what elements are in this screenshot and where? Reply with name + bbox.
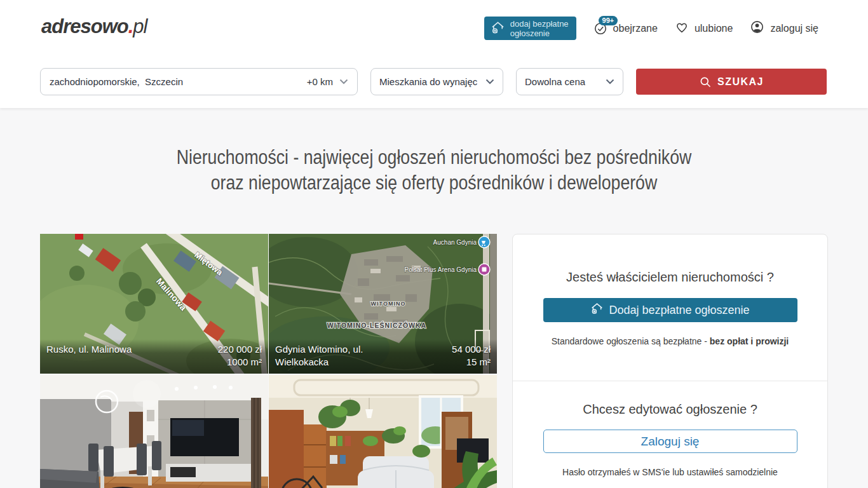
owner-section: Jesteś właścicielem nieruchomości ? Doda… [513,234,827,346]
favorites-label: ulubione [695,23,733,34]
edit-section: Chcesz edytować ogłoszenie ? Zaloguj się… [513,381,827,477]
edit-section-title: Chcesz edytować ogłoszenie ? [513,402,827,417]
listing-area: 15 m² [452,356,491,369]
radius-value: +0 km [307,76,333,87]
map-poi-label: Polsat Plus Arena Gdynia [405,266,477,273]
search-button-label: SZUKAJ [717,76,764,88]
viewed-link[interactable]: 99+ obejrzane [593,22,658,36]
add-listing-label-line1: dodaj bezpłatne [510,19,569,29]
header-actions: dodaj bezpłatne ogłoszenie 99+ obejrzane… [484,17,818,40]
listing-price: 54 000 zł [452,343,491,356]
category-value: Mieszkania do wynajęc [379,76,477,87]
edit-section-note: Hasło otrzymałeś w SMS'ie lub ustawiłeś … [513,467,827,477]
login-button-label: Zaloguj się [641,435,700,449]
sidebar-card: Jesteś właścicielem nieruchomości ? Doda… [512,234,828,488]
radius-select[interactable]: +0 km [307,76,348,87]
chevron-down-icon [485,79,494,85]
favorites-link[interactable]: ulubione [675,20,733,37]
owner-section-title: Jesteś właścicielem nieruchomości ? [513,270,827,285]
search-button[interactable]: SZUKAJ [636,69,827,95]
house-plus-icon [491,20,505,37]
listings-grid: Miętowa Malinowa Rusko, ul. Malinowa 220… [40,234,497,488]
search-icon [699,76,712,88]
price-value: Dowolna cena [525,76,585,87]
viewed-label: obejrzane [613,23,658,34]
listing-area: 1000 m² [218,356,262,369]
map-neighborhood-label: WITOMINO [371,301,406,307]
location-value: zachodniopomorskie, Szczecin [50,76,183,87]
add-listing-label-line2: ogłoszenie [510,29,550,38]
check-circle-icon: 99+ [593,22,607,36]
login-button[interactable]: Zaloguj się [543,430,797,453]
brand-logo[interactable]: adresowo.pl [41,15,147,38]
brand-name: adresowo [41,15,128,37]
listing-card-rusko[interactable]: Miętowa Malinowa Rusko, ul. Malinowa 220… [40,234,268,374]
add-free-listing-button[interactable]: Dodaj bezpłatne ogłoszenie [543,298,797,322]
viewed-count-badge: 99+ [599,16,618,25]
add-free-listing-label: Dodaj bezpłatne ogłoszenie [609,304,749,317]
page-title-line2: oraz niepowtarzające się oferty pośredni… [61,170,808,196]
header: adresowo.pl dodaj bezpłatne ogłoszenie [0,0,868,108]
listing-card-koszalin[interactable]: Koszalin Przylesie, ul. 615 000 zł [40,375,268,488]
heart-icon [675,20,689,37]
house-plus-icon [590,302,604,318]
listing-location: Gdynia Witomino, ul. Wielkokacka [275,343,396,369]
add-listing-button[interactable]: dodaj bezpłatne ogłoszenie [484,17,576,40]
search-bar: zachodniopomorskie, Szczecin +0 km Miesz… [40,68,827,95]
listing-price: 220 000 zł [218,343,262,356]
listing-card-warszawa[interactable]: Warszawa Mokotów, ul. 3 150 zł [269,375,497,488]
listing-overlay: Gdynia Witomino, ul. Wielkokacka 54 000 … [269,339,497,374]
login-label: zaloguj się [770,23,818,34]
listing-card-gdynia[interactable]: WITOMINO-LEŚNICZÓWKA WITOMINO Auchan Gdy… [269,234,497,374]
brand-tld: pl [133,15,147,37]
map-poi-label: Auchan Gdynia [433,239,477,246]
interior-photo [269,375,497,488]
page-title: Nieruchomości - najwięcej ogłoszeń nieru… [61,145,808,196]
page-title-line1: Nieruchomości - najwięcej ogłoszeń nieru… [61,145,808,170]
user-icon [750,20,764,37]
map-district-label: WITOMINO-LEŚNICZÓWKA [327,322,426,329]
location-input[interactable]: zachodniopomorskie, Szczecin +0 km [40,68,358,95]
chevron-down-icon [339,79,348,85]
listing-location: Rusko, ul. Malinowa [46,343,132,356]
owner-section-note: Standardowe ogłoszenia są bezpłatne - be… [513,336,827,346]
price-select[interactable]: Dowolna cena [516,68,623,95]
login-link[interactable]: zaloguj się [750,20,818,37]
category-select[interactable]: Mieszkania do wynajęc [370,68,503,95]
listing-overlay: Rusko, ul. Malinowa 220 000 zł 1000 m² [40,339,268,374]
interior-photo [40,375,268,488]
chevron-down-icon [606,79,614,85]
